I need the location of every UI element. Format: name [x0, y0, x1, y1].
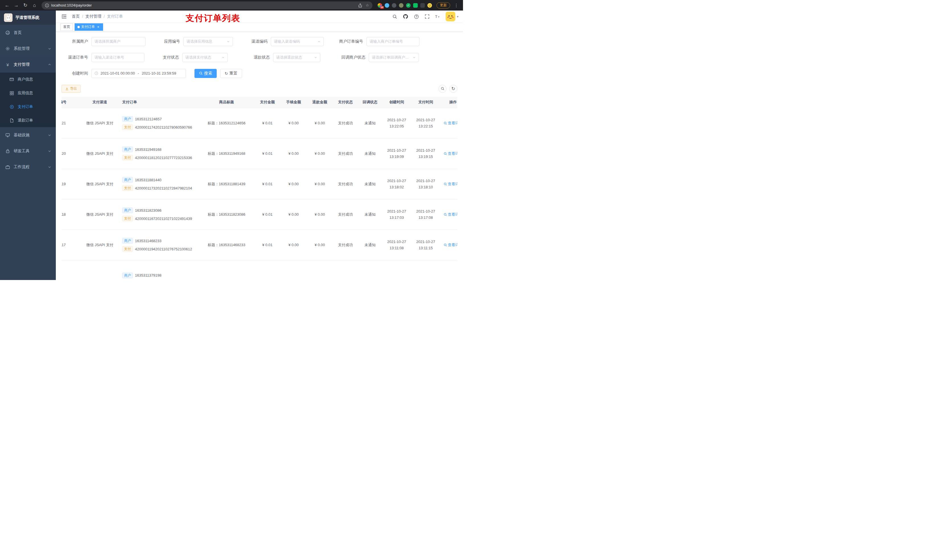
- extension-dark-icon[interactable]: [392, 3, 396, 8]
- channel-code-select[interactable]: 请输入渠道编码: [271, 37, 324, 46]
- active-dot: [77, 26, 80, 28]
- back-icon[interactable]: ←: [3, 1, 11, 10]
- notify-status-select[interactable]: 请选择订单回调商户状态: [369, 53, 419, 62]
- reload-icon[interactable]: ↻: [21, 1, 30, 10]
- sidebar-item-workflow[interactable]: 工作流程: [0, 159, 56, 175]
- table-refresh-button[interactable]: ↻: [449, 85, 457, 93]
- notify-status: 未通知: [358, 241, 382, 249]
- merchant-order-no-input[interactable]: [366, 37, 419, 46]
- sidebar-item-dev-tools[interactable]: 研发工具: [0, 143, 56, 159]
- sidebar-item-merchant-info[interactable]: 商户信息: [0, 72, 56, 86]
- extension-olive-icon[interactable]: [399, 3, 404, 8]
- browser-chrome: ← → ↻ ⌂ localhost:1024/pay/order ☆ 10 ✓ …: [0, 0, 463, 11]
- chevron-down-icon: [413, 56, 416, 59]
- notify-status-filter-label: 回调商户状态: [331, 55, 369, 60]
- refund-status-select[interactable]: 请选择退款状态: [273, 53, 320, 62]
- merchant-badge: 商户: [122, 177, 133, 183]
- pay-badge: 支付: [122, 185, 133, 191]
- reset-button[interactable]: ↻ 重置: [220, 69, 242, 78]
- help-icon[interactable]: [413, 14, 419, 20]
- view-detail-link[interactable]: 查看详情: [443, 212, 458, 217]
- sidebar-item-payment[interactable]: ¥ 支付管理: [0, 57, 56, 72]
- target-icon: [9, 105, 15, 109]
- clock-icon: [95, 71, 98, 75]
- tab-pay-order[interactable]: 支付订单 ×: [75, 23, 103, 31]
- fullscreen-icon[interactable]: [424, 14, 430, 20]
- forward-icon[interactable]: →: [12, 1, 21, 10]
- sidebar-item-refund-order[interactable]: 退款订单: [0, 113, 56, 127]
- monitor-icon: [5, 133, 11, 137]
- extension-chat-icon[interactable]: [413, 3, 418, 8]
- table-search-button[interactable]: [439, 85, 446, 93]
- grid-icon: [9, 91, 15, 95]
- sidebar-item-label: 退款订单: [18, 118, 51, 123]
- channel-order-no-input[interactable]: [91, 53, 144, 62]
- close-icon[interactable]: ×: [96, 25, 100, 29]
- create-time-filter-label: 创建时间: [62, 71, 91, 76]
- merchant-order-no: 1635311823086: [135, 208, 162, 213]
- merchant-order-no: 1635311949168: [135, 147, 162, 152]
- sidebar-item-label: 商户信息: [18, 77, 51, 82]
- extension-puzzle-icon[interactable]: [420, 3, 425, 8]
- url-text: localhost:1024/pay/order: [51, 3, 92, 8]
- logo-avatar: [4, 14, 12, 22]
- tab-home[interactable]: 首页: [61, 23, 73, 31]
- order-id: 121: [62, 120, 79, 126]
- refresh-icon: ↻: [451, 86, 455, 91]
- extension-check-icon[interactable]: ✓: [406, 3, 411, 8]
- download-icon: [65, 87, 69, 91]
- table-row: 120 微信 JSAPI 支付 商户1635311949168 支付420000…: [62, 139, 457, 169]
- user-menu[interactable]: ▾: [446, 12, 458, 21]
- extension-colorful-icon[interactable]: 10: [378, 3, 382, 8]
- pay-order-no: 4200001167202110271022491439: [135, 217, 192, 221]
- pay-status-select[interactable]: 请选择支付状态: [182, 53, 228, 62]
- hamburger-icon[interactable]: [61, 13, 68, 20]
- pay-order-no: 4200001174202110278060590766: [135, 125, 192, 130]
- home-icon[interactable]: ⌂: [30, 1, 39, 10]
- view-detail-link[interactable]: 查看详情: [443, 242, 458, 248]
- search-button[interactable]: 搜索: [195, 69, 217, 78]
- site-info-icon[interactable]: [45, 3, 49, 8]
- extension-face-icon[interactable]: [427, 3, 432, 8]
- pay-status: 支付成功: [333, 211, 358, 218]
- update-button[interactable]: 更新: [437, 2, 450, 9]
- extension-drop-icon[interactable]: [385, 3, 389, 8]
- product-title: 标题：1635312124656: [199, 119, 254, 127]
- breadcrumb-parent[interactable]: 支付管理: [85, 14, 101, 19]
- pay-amount: ¥ 0.01: [254, 150, 280, 157]
- pay-badge: 支付: [122, 155, 133, 160]
- font-size-icon[interactable]: TT: [435, 14, 441, 20]
- search-icon[interactable]: [392, 14, 398, 20]
- refund-amount: ¥ 0.00: [307, 181, 333, 187]
- chevron-down-icon: [227, 40, 230, 43]
- github-icon[interactable]: [402, 14, 409, 20]
- chevron-down-icon: [48, 165, 51, 169]
- refund-amount: ¥ 0.00: [307, 150, 333, 157]
- view-detail-link[interactable]: 查看详情: [443, 181, 458, 187]
- breadcrumb-home[interactable]: 首页: [72, 14, 80, 19]
- pay-channel: 微信 JSAPI 支付: [79, 180, 121, 188]
- sidebar-item-home[interactable]: 首页: [0, 25, 56, 41]
- sidebar-item-app-info[interactable]: 应用信息: [0, 86, 56, 100]
- merchant-input[interactable]: [91, 37, 145, 46]
- create-time-range-picker[interactable]: 2021-10-01 00:00:00 - 2021-10-31 23:59:5…: [91, 69, 186, 78]
- bookmark-star-icon[interactable]: ☆: [366, 3, 369, 8]
- sidebar-item-pay-order[interactable]: 支付订单: [0, 100, 56, 113]
- svg-text:T: T: [435, 15, 437, 19]
- chevron-down-icon: [318, 40, 321, 43]
- logo-row[interactable]: 芋道管理系统: [0, 11, 56, 25]
- app-select[interactable]: 请选择应用信息: [183, 37, 233, 46]
- gear-icon: [5, 46, 11, 51]
- export-button[interactable]: 导出: [62, 85, 80, 93]
- chevron-down-icon: [221, 56, 225, 59]
- share-icon[interactable]: [358, 3, 362, 8]
- url-bar[interactable]: localhost:1024/pay/order ☆: [42, 2, 372, 9]
- range-start: 2021-10-01 00:00:00: [100, 71, 135, 75]
- sidebar-item-infrastructure[interactable]: 基础设施: [0, 127, 56, 143]
- kebab-menu-icon[interactable]: ⋮: [452, 3, 460, 8]
- sidebar-item-system[interactable]: 系统管理: [0, 41, 56, 57]
- view-detail-link[interactable]: 查看详情: [443, 151, 458, 156]
- view-detail-link[interactable]: 查看详情: [443, 121, 458, 126]
- merchant-order-no: 1635311379198: [135, 273, 162, 278]
- merchant-badge: 商户: [122, 273, 133, 278]
